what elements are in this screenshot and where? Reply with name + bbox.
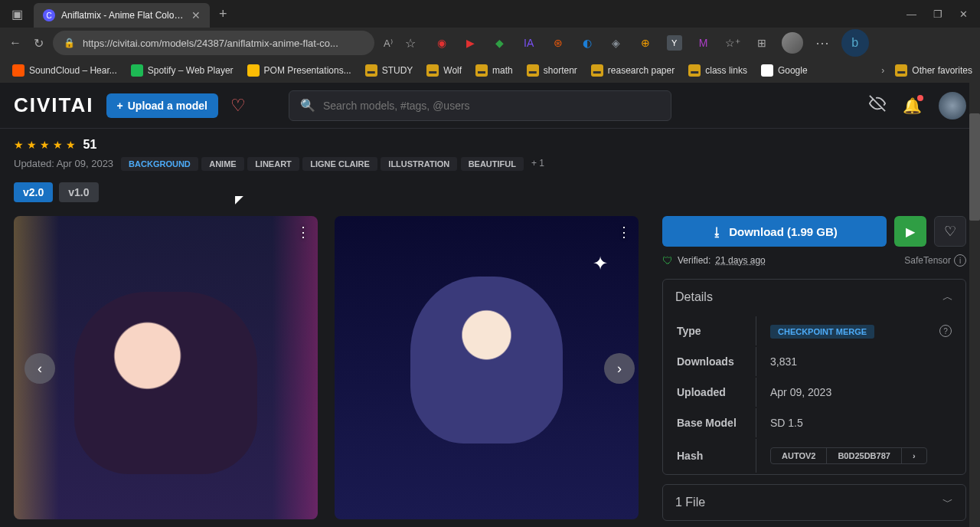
gallery-image-2[interactable]: ⋮ — [335, 216, 639, 519]
tag[interactable]: LINEART — [247, 157, 299, 171]
other-favorites-label: Other favorites — [912, 65, 972, 76]
ext-icon-5[interactable]: ⊛ — [550, 35, 566, 51]
tag[interactable]: LIGNE CLAIRE — [302, 157, 377, 171]
gallery-image-1[interactable]: ⋮ — [14, 216, 318, 519]
shield-icon: 🛡 — [662, 254, 673, 267]
scrollbar-thumb[interactable] — [969, 113, 980, 221]
bookmark-item[interactable]: ▬reasearch paper — [586, 62, 679, 79]
ext-icon-2[interactable]: ▶ — [463, 35, 479, 51]
details-title: Details — [675, 290, 713, 304]
basemodel-label: Base Model — [665, 408, 756, 437]
ext-icon-8[interactable]: ⊕ — [638, 35, 653, 51]
folder-icon: ▬ — [895, 64, 907, 77]
ext-icon-4[interactable]: IA — [521, 35, 537, 51]
browser-tab[interactable]: C Aniflatmix - Anime Flat Color Sty ✕ — [34, 3, 210, 28]
info-icon[interactable]: i — [954, 254, 966, 267]
mouse-cursor: ◤ — [235, 193, 243, 205]
hash-expand-button[interactable]: › — [902, 448, 926, 463]
back-button[interactable]: ← — [6, 33, 24, 53]
collections-icon[interactable]: ⊞ — [754, 35, 769, 51]
favorites-icon[interactable]: ☆⁺ — [725, 35, 740, 51]
window-close-button[interactable]: ✕ — [959, 8, 968, 20]
refresh-button[interactable]: ↻ — [31, 33, 47, 54]
tag[interactable]: ILLUSTRATION — [381, 157, 457, 171]
info-icon[interactable]: ? — [939, 325, 952, 337]
tag[interactable]: BEAUTIFUL — [461, 157, 524, 171]
scrollbar[interactable] — [969, 83, 980, 527]
tag[interactable]: ANIME — [201, 157, 243, 171]
eye-off-icon[interactable] — [869, 95, 886, 116]
bing-button[interactable]: b — [841, 29, 869, 57]
tab-groups-button[interactable]: ▣ — [8, 5, 26, 23]
favorite-button[interactable]: ♡ — [934, 216, 966, 247]
upload-model-button[interactable]: + Upload a model — [106, 93, 218, 118]
image-menu-icon[interactable]: ⋮ — [617, 224, 631, 241]
bookmark-item[interactable]: Google — [756, 62, 812, 79]
heart-icon[interactable]: ♡ — [230, 96, 246, 116]
bookmark-label: Wolf — [443, 65, 462, 76]
bookmark-item[interactable]: POM Presentations... — [243, 62, 356, 79]
minimize-button[interactable]: — — [906, 8, 916, 20]
downloads-label: Downloads — [665, 347, 756, 376]
chevron-up-icon: ︿ — [942, 290, 953, 304]
hash-label: Hash — [665, 439, 756, 473]
tags-more[interactable]: + 1 — [531, 158, 544, 169]
bookmark-item[interactable]: Spotify – Web Player — [126, 62, 238, 79]
uploaded-label: Uploaded — [665, 378, 756, 407]
bookmark-item[interactable]: ▬STUDY — [361, 62, 418, 79]
details-header[interactable]: Details ︿ — [663, 280, 965, 315]
carousel-next-button[interactable]: › — [604, 353, 635, 384]
bookmark-label: Google — [778, 65, 808, 76]
bookmarks-overflow-button[interactable]: › — [881, 65, 884, 76]
bookmark-label: Spotify – Web Player — [148, 65, 234, 76]
search-input[interactable] — [323, 100, 660, 112]
carousel-prev-button[interactable]: ‹ — [24, 353, 55, 384]
run-button[interactable]: ▶ — [894, 216, 926, 247]
ext-icon-1[interactable]: ◉ — [434, 35, 449, 51]
star-rating: ★ ★ ★ ★ ★ — [14, 139, 76, 151]
read-aloud-icon[interactable]: A⁾ — [381, 34, 396, 52]
address-bar[interactable]: 🔒 https://civitai.com/models/24387/anifl… — [53, 31, 374, 55]
bookmark-item[interactable]: ▬Wolf — [422, 62, 466, 79]
search-box[interactable]: 🔍 — [289, 90, 671, 121]
version-tab[interactable]: v1.0 — [59, 182, 98, 202]
user-avatar[interactable] — [939, 92, 966, 119]
profile-avatar[interactable] — [782, 32, 803, 54]
verified-date[interactable]: 21 days ago — [715, 255, 765, 266]
new-tab-button[interactable]: + — [219, 6, 227, 22]
other-favorites[interactable]: ▬Other favorites — [895, 64, 972, 77]
bookmark-item[interactable]: ▬class links — [684, 62, 752, 79]
uploaded-value: Apr 09, 2023 — [758, 378, 964, 407]
download-button[interactable]: ⭳ Download (1.99 GB) — [662, 216, 887, 247]
favorite-icon[interactable]: ☆ — [402, 33, 419, 54]
bookmark-icon — [761, 64, 773, 77]
bookmark-icon: ▬ — [475, 64, 488, 77]
rating-count: 51 — [83, 138, 97, 152]
files-header[interactable]: 1 File ﹀ — [663, 485, 965, 520]
bookmark-label: reasearch paper — [608, 65, 675, 76]
bookmark-icon: ▬ — [688, 64, 701, 77]
ext-icon-9[interactable]: Y — [667, 35, 682, 51]
bookmark-item[interactable]: ▬shortenr — [522, 62, 582, 79]
lock-icon: 🔒 — [64, 38, 75, 48]
ext-icon-6[interactable]: ◐ — [580, 35, 595, 51]
bookmark-icon — [12, 64, 24, 77]
hash-value: B0D25DB787 — [827, 448, 901, 463]
updated-date: Updated: Apr 09, 2023 — [14, 158, 113, 169]
ext-icon-10[interactable]: M — [696, 35, 711, 51]
ext-icon-3[interactable]: ◆ — [492, 35, 508, 51]
ext-icon-7[interactable]: ◈ — [609, 35, 624, 51]
bell-icon[interactable]: 🔔 — [903, 97, 922, 115]
close-icon[interactable]: ✕ — [191, 9, 201, 21]
safetensor-label: SafeTensor — [904, 255, 951, 266]
bookmark-item[interactable]: SoundCloud – Hear... — [8, 62, 122, 79]
bookmark-item[interactable]: ▬math — [471, 62, 518, 79]
site-logo[interactable]: CIVITAI — [14, 93, 94, 117]
notification-dot — [917, 95, 923, 101]
maximize-button[interactable]: ❐ — [933, 8, 942, 20]
version-tab[interactable]: v2.0 — [14, 182, 53, 202]
more-icon[interactable]: ⋯ — [815, 34, 829, 51]
image-menu-icon[interactable]: ⋮ — [296, 224, 310, 241]
tag[interactable]: BACKGROUND — [121, 157, 198, 171]
bookmark-label: POM Presentations... — [264, 65, 351, 76]
